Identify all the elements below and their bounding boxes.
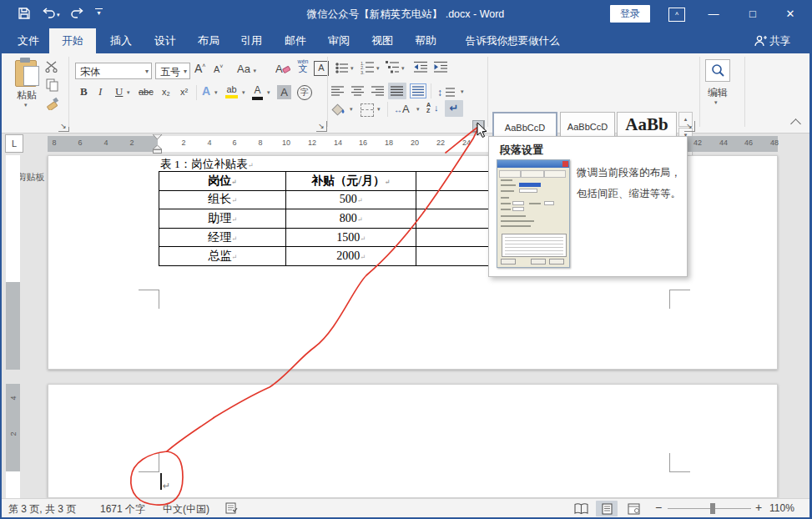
multilevel-list-icon[interactable]	[386, 60, 400, 74]
show-hide-marks-button-active[interactable]: ↵	[445, 100, 463, 117]
editing-dropdown-icon[interactable]: ▾	[714, 99, 718, 106]
text-effects-dropdown-icon[interactable]: ▾	[214, 89, 218, 96]
tab-layout[interactable]: 布局	[189, 28, 229, 53]
character-scaling-dropdown-icon[interactable]: ▾	[416, 106, 420, 113]
underline-button[interactable]: U	[115, 85, 123, 98]
page-2[interactable]	[48, 384, 778, 498]
tab-insert[interactable]: 插入	[100, 28, 142, 53]
highlight-dropdown-icon[interactable]: ▾	[242, 89, 245, 96]
shading-bucket-icon[interactable]	[331, 103, 348, 117]
borders-dropdown-icon[interactable]: ▾	[377, 106, 381, 113]
underline-dropdown-icon[interactable]: ▾	[127, 89, 130, 96]
line-spacing-dropdown-icon[interactable]: ▾	[461, 88, 464, 95]
find-button[interactable]	[705, 59, 730, 82]
tab-design[interactable]: 设计	[145, 28, 185, 53]
character-scaling-icon[interactable]: ↔A	[394, 103, 410, 115]
zoom-level[interactable]: 110%	[769, 502, 794, 514]
share-button[interactable]: 共享	[769, 34, 790, 48]
font-dialog-launcher-icon[interactable]: ↘	[316, 121, 327, 132]
editing-group-button[interactable]: 编辑	[703, 86, 733, 100]
vertical-ruler-text-area[interactable]	[6, 155, 20, 282]
tab-file[interactable]: 文件	[10, 28, 47, 53]
table-caption: 表 1：岗位补贴表↵	[160, 157, 253, 172]
ribbon-display-options-icon[interactable]: ˄	[668, 8, 685, 22]
highlight-button[interactable]: ab	[225, 84, 238, 98]
maximize-button[interactable]: □	[740, 7, 765, 22]
superscript-button[interactable]: x²	[180, 87, 188, 97]
strikethrough-button[interactable]: abc	[139, 87, 154, 97]
vertical-ruler-page2-text[interactable]	[6, 471, 20, 498]
first-line-indent-marker[interactable]	[153, 134, 163, 140]
shrink-font-button[interactable]: A˅	[214, 63, 223, 74]
styles-dialog-launcher-icon[interactable]: ↘	[684, 121, 695, 132]
tab-home[interactable]: 开始	[49, 28, 96, 53]
numbering-dropdown-icon[interactable]: ▾	[376, 65, 380, 72]
tab-references[interactable]: 引用	[232, 28, 270, 53]
paste-button[interactable]: 粘贴 ▾	[13, 58, 43, 108]
distribute-icon[interactable]	[410, 83, 426, 98]
sort-icon[interactable]: A Z ↓	[426, 102, 440, 113]
format-painter-icon[interactable]	[46, 97, 59, 110]
clear-formatting-icon[interactable]: A	[275, 62, 290, 75]
language-indicator[interactable]: 中文(中国)	[163, 502, 209, 516]
justify-button-active[interactable]	[388, 83, 406, 99]
sign-in-button[interactable]: 登录	[610, 5, 650, 23]
read-mode-icon[interactable]	[570, 501, 592, 516]
tab-review[interactable]: 审阅	[319, 28, 359, 53]
close-button[interactable]: ✕	[778, 7, 803, 22]
hanging-indent-marker[interactable]	[153, 145, 163, 154]
zoom-out-button[interactable]: −	[655, 501, 662, 514]
bold-button[interactable]: B	[80, 85, 88, 98]
font-size-combo[interactable]: 五号▾	[155, 63, 190, 79]
font-color-button[interactable]: A	[252, 84, 263, 100]
cut-icon[interactable]	[45, 60, 59, 73]
tab-view[interactable]: 视图	[362, 28, 402, 53]
italic-button[interactable]: I	[98, 85, 102, 98]
page-indicator[interactable]: 第 3 页, 共 3 页	[8, 502, 76, 516]
align-right-icon[interactable]	[371, 86, 385, 96]
zoom-slider-thumb[interactable]	[710, 503, 715, 514]
increase-indent-icon[interactable]	[434, 61, 448, 73]
web-layout-icon[interactable]	[623, 501, 644, 516]
bullets-icon[interactable]	[335, 63, 349, 73]
minimize-button[interactable]: —	[701, 7, 726, 22]
word-count[interactable]: 1671 个字	[100, 502, 145, 516]
align-left-icon[interactable]	[331, 86, 345, 96]
print-layout-icon-active[interactable]	[596, 501, 618, 516]
paragraph-mark: ↵	[163, 481, 170, 491]
phonetic-guide-button[interactable]: wén 文	[295, 58, 310, 73]
text-effects-button[interactable]: A	[202, 84, 210, 98]
bullets-dropdown-icon[interactable]: ▾	[351, 65, 354, 72]
vertical-ruler-top-margin[interactable]: 4 2	[6, 384, 20, 471]
tab-selector[interactable]: L	[5, 134, 23, 153]
character-shading-button[interactable]: A	[277, 85, 291, 99]
tab-help[interactable]: 帮助	[406, 28, 446, 53]
tab-mailings[interactable]: 邮件	[275, 28, 315, 53]
grow-font-button[interactable]: A˄	[194, 62, 205, 75]
zoom-in-button[interactable]: +	[755, 501, 762, 514]
collapse-ribbon-icon[interactable]	[790, 118, 801, 129]
decrease-indent-icon[interactable]	[414, 61, 428, 73]
font-color-dropdown-icon[interactable]: ▾	[267, 89, 270, 96]
copy-icon[interactable]	[46, 78, 59, 92]
change-case-button[interactable]: Aa ▾	[237, 63, 256, 75]
align-center-icon[interactable]	[351, 86, 365, 96]
line-spacing-icon[interactable]: ↕	[437, 84, 456, 99]
enclose-characters-button[interactable]: 字	[297, 85, 312, 100]
search-icon	[706, 63, 729, 78]
page1-bottomright-boundary-mark	[669, 290, 690, 309]
ribbon-tab-row: 文件 开始 插入 设计 布局 引用 邮件 审阅 视图 帮助 告诉我你想要做什么 …	[2, 28, 809, 53]
subscript-button[interactable]: x₂	[162, 87, 170, 97]
title-bar: ▾ ▾ 微信公众号【新精英充电站】 .docx - Word 登录 ˄ — □ …	[2, 0, 809, 28]
share-person-icon	[754, 34, 767, 48]
font-name-combo[interactable]: 宋体▾	[75, 63, 152, 79]
shading-dropdown-icon[interactable]: ▾	[350, 106, 353, 113]
proofing-icon[interactable]	[225, 502, 238, 514]
tell-me-box[interactable]: 告诉我你想要做什么	[466, 34, 560, 48]
vertical-ruler-bottom-margin[interactable]	[6, 282, 20, 370]
multilevel-dropdown-icon[interactable]: ▾	[401, 65, 405, 72]
borders-icon[interactable]	[361, 103, 374, 117]
zoom-slider-track[interactable]	[668, 508, 751, 509]
paragraph-dialog-launcher-icon[interactable]: ↘	[473, 121, 484, 132]
numbering-icon[interactable]: 1.2.3.	[361, 60, 375, 74]
